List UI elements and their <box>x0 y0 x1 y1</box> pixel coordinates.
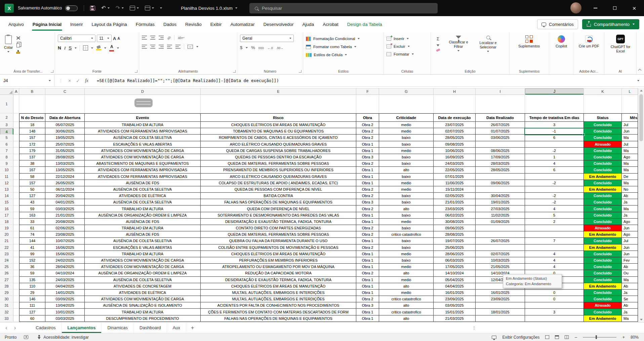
quick-access-overflow[interactable] <box>160 7 162 9</box>
cell-K26[interactable]: Concluido <box>584 270 622 276</box>
cell-K31[interactable]: Atrasado <box>584 302 622 309</box>
column-header-B[interactable]: B <box>19 88 45 94</box>
cell-H7[interactable]: 10/06/2025 <box>434 148 476 154</box>
autosum-button sigma-icon[interactable] <box>437 36 439 42</box>
cell-L6[interactable]: Jul <box>622 141 638 148</box>
underline-button[interactable]: S <box>69 45 72 50</box>
cell-L22[interactable]: Jun <box>622 244 638 251</box>
cell-F19[interactable]: Obra 2 <box>356 225 379 231</box>
cell-E4[interactable]: TOBAMENTO DE MÁQUINAS E OU EQUIPAMENTOS <box>201 128 356 135</box>
cell-K21[interactable]: Concluido <box>584 238 622 244</box>
cell-I23[interactable]: 02/07/2025 <box>476 251 525 257</box>
cell-H9[interactable]: 24/03/2025 <box>434 160 476 167</box>
ribbon-tab-inserir[interactable]: Inserir <box>66 16 87 32</box>
cell-H14[interactable]: 02/05/2025 <box>434 193 476 199</box>
cell-C32[interactable]: 10/01/2025 <box>45 309 85 315</box>
cell-G29[interactable]: medio <box>379 290 434 296</box>
cell-F11[interactable]: Obra 1 <box>356 174 379 180</box>
cell-G31[interactable]: alto <box>379 302 434 309</box>
cell-I16[interactable]: 27/03/2025 <box>476 205 525 212</box>
cell-G16[interactable]: alto <box>379 205 434 212</box>
cell-J22[interactable] <box>525 244 584 251</box>
cell-G28[interactable]: alto <box>379 283 434 290</box>
cell-E9[interactable]: QUEDA DE MATERIAS, FERRAMENTAS SOBRE PES… <box>201 160 356 167</box>
cell-L33[interactable]: Ma <box>622 315 638 322</box>
cell-E27[interactable]: DESIDRATAÇÃO E EXAUSTÃO TÉRMICA, FADIGA,… <box>201 277 356 283</box>
row-header-1[interactable]: 1 <box>0 95 13 113</box>
comments-button[interactable]: Comentários <box>537 19 578 29</box>
cell-L9[interactable]: Ma <box>622 160 638 167</box>
decrease-font-button[interactable]: A <box>117 37 120 40</box>
empty-cell[interactable] <box>13 225 19 231</box>
cell-L16[interactable]: Ma <box>622 205 638 212</box>
cell-B21[interactable]: 144 <box>19 238 45 244</box>
scroll-down-icon[interactable] <box>640 319 643 320</box>
cell-C25[interactable]: 28/04/2025 <box>45 264 85 270</box>
empty-cell[interactable] <box>13 244 19 251</box>
ribbon-tab-revisão[interactable]: Revisão <box>181 16 206 32</box>
cell-D20[interactable]: AUSÊNCIA DE FDS <box>85 231 201 238</box>
cell-K8[interactable]: Concluido <box>584 154 622 160</box>
empty-cell[interactable] <box>201 95 356 113</box>
cell-L8[interactable]: Ago <box>622 154 638 160</box>
accessibility-icon[interactable] <box>37 335 41 339</box>
empty-cell[interactable] <box>45 95 85 113</box>
row-header-5[interactable]: 5 <box>0 135 13 141</box>
search-input[interactable]: Pesquisar <box>249 3 438 13</box>
cell-D4[interactable]: ATIVIDADES COM FERRAMENTAS IMPROVISADAS <box>85 128 201 135</box>
cell-G15[interactable]: baixo <box>379 199 434 205</box>
row-header-31[interactable]: 31 <box>0 302 13 309</box>
cell-B5[interactable]: 157 <box>19 135 45 141</box>
empty-cell[interactable] <box>13 251 19 257</box>
cell-E32[interactable]: ÇÕES E FERIMENTOS EM CONTATO COM MATERIA… <box>201 309 356 315</box>
cell-B20[interactable]: 74 <box>19 231 45 238</box>
name-box[interactable]: J4 <box>0 75 54 86</box>
zoom-out-button[interactable] <box>574 335 577 340</box>
sort-filter-button[interactable]: Classificar e Filtrar <box>445 35 472 68</box>
cell-B31[interactable]: 111 <box>19 302 45 309</box>
maximize-button[interactable] <box>605 0 625 16</box>
ribbon-tab-ajuda[interactable]: Ajuda <box>298 16 319 32</box>
cell-H16[interactable]: 23/03/2025 <box>434 205 476 212</box>
cell-F23[interactable]: Obra 1 <box>356 251 379 257</box>
font-size-select[interactable]: 11 <box>97 35 112 42</box>
row-header-20[interactable]: 20 <box>0 231 13 238</box>
cell-H32[interactable]: 15/01/2025 <box>434 309 476 315</box>
expand-formula-bar-button[interactable] <box>637 75 644 86</box>
cell-J8[interactable]: 1 <box>525 154 584 160</box>
align-top-button[interactable] <box>142 36 147 40</box>
excel-logo-icon[interactable] <box>5 4 14 13</box>
column-header-G[interactable]: G <box>379 88 434 94</box>
cell-G4[interactable]: medio <box>379 128 434 135</box>
cell-I13[interactable] <box>476 186 525 193</box>
ribbon-tab-acrobat[interactable]: Acrobat <box>318 16 343 32</box>
cell-B33[interactable]: 60 <box>19 315 45 322</box>
table-header-G2[interactable]: Criticidade <box>379 113 434 122</box>
align-left-button[interactable] <box>142 45 147 49</box>
cell-D3[interactable]: TRABALHO EM ALTURA <box>85 122 201 128</box>
close-button[interactable] <box>625 0 644 16</box>
cell-J32[interactable]: 3 <box>525 309 584 315</box>
formula-bar-drag-handle[interactable] <box>59 78 63 83</box>
cell-D15[interactable]: AUSÊNCIA DE COLETA SELETIVA <box>85 199 201 205</box>
cell-I9[interactable]: 28/03/2025 <box>476 160 525 167</box>
cell-J3[interactable]: 3 <box>525 122 584 128</box>
cell-D18[interactable]: AUSÊNCIA DE FDS <box>85 219 201 225</box>
cell-K9[interactable]: Concluido <box>584 160 622 167</box>
cell-E7[interactable]: QUEDA DE CARGAS SUSPENSA SOBRE TRABALHAD… <box>201 148 356 154</box>
insert-function-button[interactable]: fx <box>85 78 88 83</box>
align-center-button[interactable] <box>150 45 155 49</box>
cell-K25[interactable]: Concluido <box>584 264 622 270</box>
display-settings-icon[interactable] <box>492 336 496 339</box>
autosave-toggle[interactable] <box>65 5 78 11</box>
cell-G3[interactable]: medio <box>379 122 434 128</box>
cell-D24[interactable]: ATIVIDADES COM MOVIMENTAÇÃO DE CARGA <box>85 257 201 264</box>
cell-F5[interactable]: Obra 2 <box>356 135 379 141</box>
cell-B30[interactable]: 146 <box>19 296 45 302</box>
number-format-select[interactable]: Geral <box>240 35 294 42</box>
cell-L13[interactable]: No <box>622 186 638 193</box>
increase-font-button[interactable]: A <box>113 36 116 41</box>
cell-F29[interactable]: Obra 1 <box>356 290 379 296</box>
cell-E6[interactable]: ARCO ELÉTRICO CAUSANDO QUEIMADURAS GRAVE… <box>201 141 356 148</box>
cell-H25[interactable]: 17/05/2025 <box>434 264 476 270</box>
